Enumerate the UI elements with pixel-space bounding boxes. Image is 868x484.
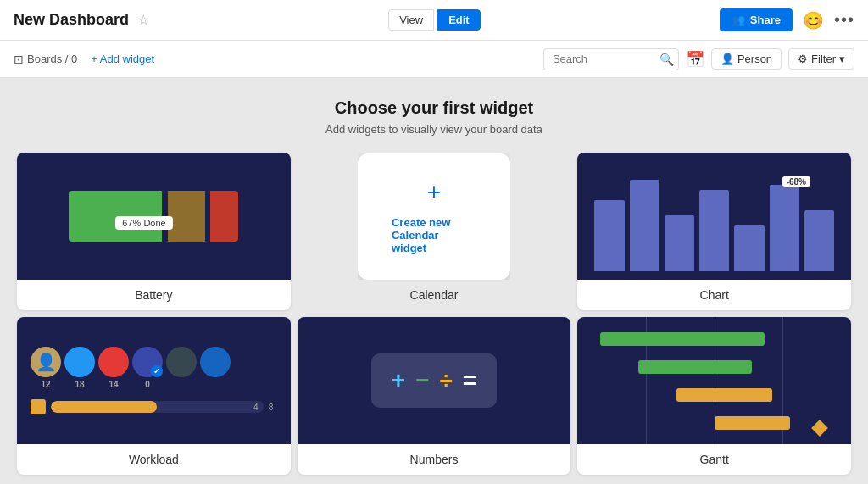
workload-square-icon: [31, 399, 46, 414]
workload-preview: 👤 12 18 14 ✓ 0: [17, 317, 291, 444]
gantt-widget-card[interactable]: Gantt: [577, 317, 851, 475]
chart-bar-7: [804, 210, 834, 271]
eq-op-icon: =: [463, 367, 476, 394]
workload-bar-row: 4 8: [31, 399, 277, 414]
gantt-bar-2: [638, 360, 752, 374]
chart-bar-3: [665, 215, 694, 271]
chart-bar-5: [734, 225, 764, 271]
chart-label: Chart: [577, 280, 851, 310]
chart-bar-1: [594, 200, 624, 271]
battery-tooltip: 67% Done: [115, 216, 172, 230]
calendar-preview: + Create new Calendar widget: [358, 153, 510, 280]
main-title: Choose your first widget: [335, 98, 533, 118]
chart-bar-6: [770, 185, 799, 271]
calendar-popup[interactable]: + Create new Calendar widget: [358, 153, 510, 280]
workload-widget-card[interactable]: 👤 12 18 14 ✓ 0: [17, 317, 291, 475]
avatar-6: [200, 347, 231, 377]
widget-grid: 67% Done Battery + Create: [17, 153, 851, 475]
breadcrumb[interactable]: ⊡ Boards / 0: [14, 53, 77, 66]
header-right: 👥 Share 😊 •••: [720, 8, 854, 31]
avatar-5: [166, 347, 197, 377]
gantt-bar-1: [600, 332, 765, 346]
avatar-2: 18: [64, 347, 95, 377]
search-icon: 🔍: [659, 53, 674, 66]
app-header: New Dashboard ☆ View Edit 👥 Share 😊 •••: [0, 0, 868, 41]
toolbar: ⊡ Boards / 0 + Add widget 🔍 📅 👤 Person ⚙…: [0, 41, 868, 78]
star-icon[interactable]: ☆: [137, 12, 149, 28]
add-widget-button[interactable]: + Add widget: [91, 53, 154, 65]
filter-button[interactable]: ⚙ Filter ▾: [788, 48, 854, 70]
gantt-bar-3: [676, 388, 772, 402]
numbers-card: + − ÷ =: [371, 353, 497, 408]
plus-icon: +: [427, 179, 441, 206]
div-op-icon: ÷: [439, 367, 452, 394]
battery-widget-card[interactable]: 67% Done Battery: [17, 153, 291, 310]
share-icon: 👥: [732, 14, 745, 26]
workload-progress-fill: [51, 401, 157, 413]
chart-bar-2: [630, 180, 659, 271]
more-options-icon[interactable]: •••: [834, 10, 854, 30]
gantt-row-2: [587, 359, 841, 375]
avatar-4: ✓ 0: [132, 347, 163, 377]
filter-chevron-icon: ▾: [839, 53, 845, 65]
gantt-row-1: [587, 331, 841, 347]
numbers-preview: + − ÷ =: [298, 317, 571, 444]
avatar-1: 👤 12: [31, 347, 61, 377]
gantt-row-3: [587, 387, 841, 403]
avatar-3: 14: [98, 347, 129, 377]
main-content: Choose your first widget Add widgets to …: [0, 78, 868, 484]
person-filter-button[interactable]: 👤 Person: [711, 48, 782, 70]
workload-bar-max: 8: [269, 403, 277, 412]
battery-preview: 67% Done: [17, 153, 291, 280]
toolbar-left: ⊡ Boards / 0 + Add widget: [14, 53, 154, 66]
view-button[interactable]: View: [388, 9, 434, 31]
gantt-bar-4: [715, 416, 791, 430]
edit-button[interactable]: Edit: [437, 9, 481, 31]
calendar-create-text: Create new Calendar widget: [392, 216, 476, 254]
header-left: New Dashboard ☆: [14, 11, 149, 29]
calendar-label: Calendar: [410, 280, 459, 310]
plus-op-icon: +: [392, 367, 405, 394]
workload-progress-bar: 4: [51, 401, 264, 413]
chart-badge: -68%: [782, 176, 810, 187]
page-title: New Dashboard: [14, 11, 129, 29]
boards-icon: ⊡: [14, 53, 24, 66]
search-input[interactable]: [553, 53, 654, 65]
check-badge: ✓: [151, 365, 163, 377]
view-edit-toggle: View Edit: [388, 9, 481, 31]
calendar-widget-card[interactable]: + Create new Calendar widget Calendar: [298, 153, 571, 310]
gantt-preview: [577, 317, 851, 444]
toolbar-right: 🔍 📅 👤 Person ⚙ Filter ▾: [543, 48, 854, 70]
main-subtitle: Add widgets to visually view your board …: [326, 123, 542, 136]
numbers-widget-card[interactable]: + − ÷ = Numbers: [298, 317, 571, 475]
gantt-row-4: [587, 414, 841, 431]
chart-preview: -68%: [577, 153, 851, 280]
person-icon: 👤: [721, 53, 734, 65]
profile-icon[interactable]: 😊: [803, 10, 824, 31]
gantt-label: Gantt: [577, 444, 851, 475]
chart-bar-4: [699, 190, 729, 271]
calendar-icon[interactable]: 📅: [686, 50, 704, 69]
battery-label: Battery: [17, 280, 291, 310]
search-box[interactable]: 🔍: [543, 48, 679, 70]
workload-content: 👤 12 18 14 ✓ 0: [17, 333, 291, 428]
workload-avatars: 👤 12 18 14 ✓ 0: [31, 347, 277, 377]
numbers-label: Numbers: [298, 444, 571, 475]
workload-label: Workload: [17, 444, 291, 475]
filter-icon: ⚙: [798, 53, 808, 65]
chart-bars: -68%: [577, 153, 851, 280]
share-button[interactable]: 👥 Share: [720, 8, 793, 31]
chart-widget-card[interactable]: -68% Chart: [577, 153, 851, 310]
minus-op-icon: −: [415, 367, 429, 394]
numbers-content: + − ÷ =: [298, 317, 571, 444]
workload-bar-value: 4: [253, 403, 259, 412]
